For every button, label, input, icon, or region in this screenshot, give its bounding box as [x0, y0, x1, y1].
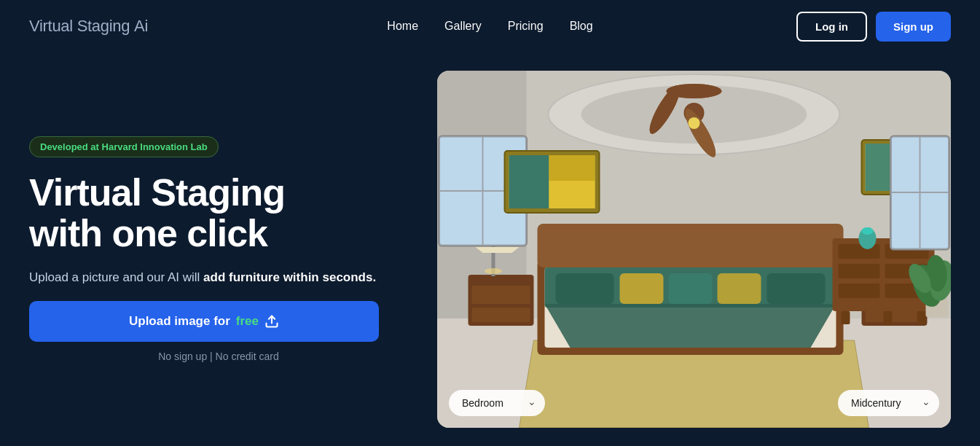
- logo: Virtual Staging Ai: [29, 17, 148, 36]
- room-scene: [437, 71, 951, 428]
- svg-rect-49: [842, 311, 850, 324]
- svg-marker-20: [476, 247, 520, 253]
- harvard-badge: Developed at Harvard Innovation Lab: [29, 136, 219, 157]
- svg-rect-65: [891, 136, 949, 249]
- hero-subtitle-bold: add furniture within seconds.: [203, 270, 376, 284]
- nav-pricing[interactable]: Pricing: [508, 20, 544, 33]
- svg-rect-47: [839, 283, 880, 298]
- image-controls: Bedroom Living Room Kitchen Bathroom Off…: [437, 390, 951, 416]
- svg-rect-18: [472, 308, 530, 322]
- svg-rect-45: [839, 264, 880, 278]
- svg-rect-51: [917, 311, 926, 324]
- hero-subtitle: Upload a picture and our AI will add fur…: [29, 268, 408, 287]
- logo-bold: Virtual Staging: [29, 17, 130, 35]
- svg-point-11: [689, 117, 700, 129]
- badge-text: Developed at Harvard Innovation Lab: [40, 141, 208, 152]
- upload-label-free: free: [236, 314, 259, 329]
- style-type-wrapper[interactable]: Midcentury Modern Scandinavian Industria…: [838, 390, 939, 416]
- hero-title: Virtual Stagingwith one click: [29, 172, 408, 254]
- svg-rect-43: [839, 244, 880, 259]
- logo-light: Ai: [134, 17, 148, 35]
- nav-blog[interactable]: Blog: [570, 20, 593, 33]
- svg-rect-17: [472, 286, 530, 304]
- svg-rect-29: [538, 224, 844, 267]
- main-content: Developed at Harvard Innovation Lab Virt…: [0, 52, 980, 446]
- main-nav: Home Gallery Pricing Blog: [387, 20, 592, 33]
- upload-icon: [264, 314, 279, 329]
- svg-rect-50: [884, 311, 893, 324]
- svg-point-21: [485, 268, 502, 274]
- login-button[interactable]: Log in: [796, 12, 867, 42]
- hero-left: Developed at Harvard Innovation Lab Virt…: [29, 136, 408, 363]
- header-buttons: Log in Sign up: [796, 12, 951, 42]
- nav-home[interactable]: Home: [387, 20, 418, 33]
- svg-rect-34: [669, 273, 713, 304]
- nav-gallery[interactable]: Gallery: [444, 20, 482, 33]
- style-type-select[interactable]: Midcentury Modern Scandinavian Industria…: [838, 390, 939, 416]
- svg-rect-60: [549, 155, 595, 181]
- svg-rect-36: [767, 273, 826, 304]
- svg-marker-37: [545, 304, 836, 348]
- room-image-container: Bedroom Living Room Kitchen Bathroom Off…: [437, 71, 951, 428]
- room-type-select[interactable]: Bedroom Living Room Kitchen Bathroom Off…: [449, 390, 545, 416]
- svg-point-72: [862, 227, 874, 235]
- svg-rect-33: [620, 273, 664, 304]
- signup-button[interactable]: Sign up: [876, 12, 951, 42]
- svg-rect-32: [556, 273, 614, 304]
- upload-label-prefix: Upload image for: [129, 314, 230, 329]
- room-type-wrapper[interactable]: Bedroom Living Room Kitchen Bathroom Off…: [449, 390, 545, 416]
- hero-subtitle-normal: Upload a picture and our AI will: [29, 270, 203, 284]
- svg-rect-35: [718, 273, 761, 304]
- svg-rect-61: [549, 181, 595, 208]
- header: Virtual Staging Ai Home Gallery Pricing …: [0, 0, 980, 52]
- no-signup-text: No sign up | No credit card: [29, 351, 408, 362]
- upload-button[interactable]: Upload image for free: [29, 301, 379, 342]
- svg-rect-59: [509, 155, 549, 208]
